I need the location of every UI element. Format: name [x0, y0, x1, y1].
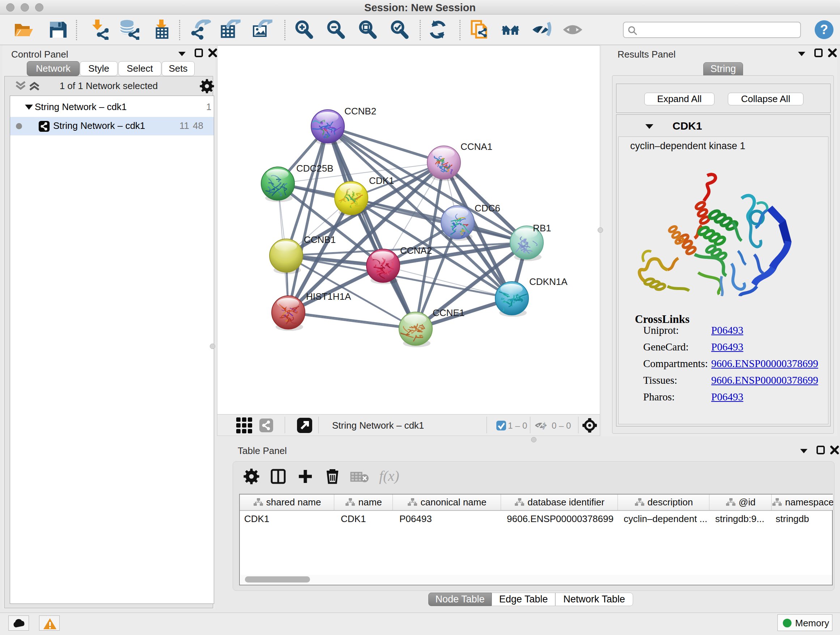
svg-text:CDK1: CDK1: [369, 175, 394, 186]
svg-text:CCNA1: CCNA1: [461, 141, 493, 152]
svg-text:CDC25B: CDC25B: [296, 163, 333, 174]
svg-text:CDC6: CDC6: [475, 203, 500, 214]
svg-text:CCNA2: CCNA2: [400, 245, 432, 256]
svg-text:CDKN1A: CDKN1A: [529, 276, 568, 287]
svg-text:RB1: RB1: [533, 223, 551, 233]
svg-text:CCNB2: CCNB2: [344, 106, 376, 117]
svg-text:CCNE1: CCNE1: [433, 307, 464, 318]
svg-text:CCNB1: CCNB1: [304, 234, 336, 245]
svg-text:HIST1H1A: HIST1H1A: [306, 291, 351, 302]
svg-text:?: ?: [820, 22, 828, 37]
